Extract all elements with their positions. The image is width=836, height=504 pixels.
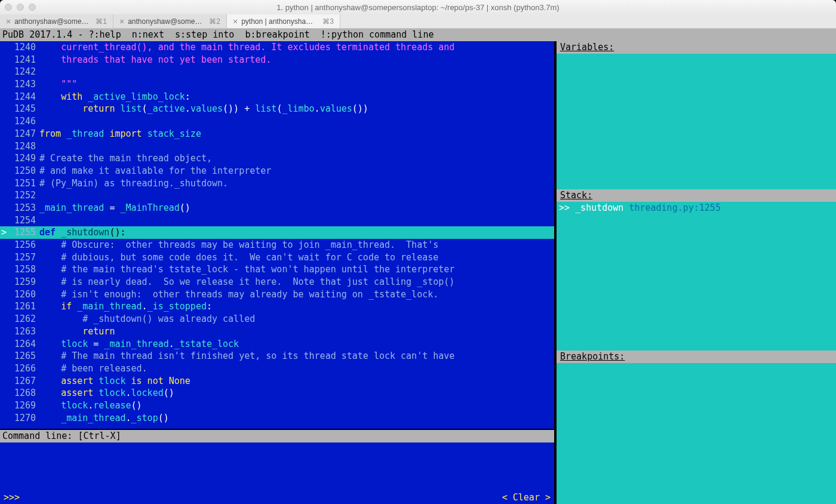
gutter-mark: >: [0, 226, 8, 239]
code-line[interactable]: 1252: [0, 189, 554, 202]
line-number: 1260: [8, 288, 37, 301]
window-minimize-icon[interactable]: [17, 4, 24, 11]
window-titlebar: 1. python | anthonyshaw@somepersonslapto…: [0, 0, 836, 14]
code-line[interactable]: 1263 return: [0, 325, 554, 338]
gutter-mark: [0, 338, 8, 351]
code-content: def _shutdown():: [37, 226, 554, 239]
right-column: Variables: Stack: >> _shutdown threading…: [554, 41, 836, 504]
command-line-footer: >>> < Clear >: [0, 491, 554, 504]
variables-header: Variables:: [557, 41, 836, 54]
window-close-icon[interactable]: [5, 4, 12, 11]
terminal-tab[interactable]: ×anthonyshaw@some…⌘1: [0, 14, 113, 28]
code-line[interactable]: 1243 """: [0, 78, 554, 91]
code-content: assert tlock.locked(): [37, 387, 554, 399]
code-content: _main_thread = _MainThread(): [37, 202, 554, 214]
terminal-window: 1. python | anthonyshaw@somepersonslapto…: [0, 0, 836, 504]
breakpoints-body[interactable]: [557, 363, 836, 504]
tab-shortcut: ⌘3: [322, 17, 334, 26]
stack-frame[interactable]: >> _shutdown threading.py:1255: [559, 202, 834, 213]
line-number: 1244: [8, 91, 37, 103]
code-content: # dubious, but some code does it. We can…: [37, 251, 554, 264]
gutter-mark: [0, 288, 8, 301]
code-line[interactable]: 1259 # is nearly dead. So we release it …: [0, 276, 554, 288]
code-line[interactable]: 1244 with _active_limbo_lock:: [0, 91, 554, 103]
code-line[interactable]: >1255def _shutdown():: [0, 226, 554, 239]
tab-label: python | anthonysha…: [241, 17, 319, 26]
tab-close-icon[interactable]: ×: [233, 17, 238, 26]
gutter-mark: [0, 263, 8, 276]
window-zoom-icon[interactable]: [29, 4, 36, 11]
line-number: 1268: [8, 387, 37, 399]
code-line[interactable]: 1262 # _shutdown() was already called: [0, 313, 554, 325]
code-line[interactable]: 1267 assert tlock is not None: [0, 375, 554, 388]
code-content: # and make it available for the interpre…: [37, 165, 554, 177]
code-content: assert tlock is not None: [37, 375, 554, 388]
code-line[interactable]: 1242: [0, 66, 554, 78]
line-number: 1269: [8, 399, 37, 412]
stack-header: Stack:: [557, 189, 836, 202]
code-content: # isn't enough: other threads may alread…: [37, 288, 554, 301]
code-line[interactable]: 1264 tlock = _main_thread._tstate_lock: [0, 338, 554, 351]
variables-body[interactable]: [557, 54, 836, 189]
code-line[interactable]: 1251# (Py_Main) as threading._shutdown.: [0, 177, 554, 190]
left-column: 1240 current_thread(), and the main thre…: [0, 41, 554, 504]
code-line[interactable]: 1240 current_thread(), and the main thre…: [0, 41, 554, 54]
stack-body[interactable]: >> _shutdown threading.py:1255: [557, 202, 836, 351]
code-line[interactable]: 1268 assert tlock.locked(): [0, 387, 554, 399]
line-number: 1261: [8, 300, 37, 313]
breakpoints-pane[interactable]: Breakpoints:: [557, 351, 836, 504]
line-number: 1255: [8, 226, 37, 239]
code-content: # (Py_Main) as threading._shutdown.: [37, 177, 554, 190]
gutter-mark: [0, 41, 8, 54]
code-line[interactable]: 1269 tlock.release(): [0, 399, 554, 412]
tab-close-icon[interactable]: ×: [6, 17, 11, 26]
code-line[interactable]: 1265 # The main thread isn't finished ye…: [0, 350, 554, 362]
line-number: 1253: [8, 202, 37, 214]
line-number: 1242: [8, 66, 37, 78]
stack-pane[interactable]: Stack: >> _shutdown threading.py:1255: [557, 189, 836, 351]
gutter-mark: [0, 214, 8, 227]
variables-pane[interactable]: Variables:: [557, 41, 836, 189]
window-title: 1. python | anthonyshaw@somepersonslapto…: [0, 3, 836, 12]
pudb-debugger: PuDB 2017.1.4 - ?:help n:next s:step int…: [0, 29, 836, 504]
code-line[interactable]: 1250# and make it available for the inte…: [0, 165, 554, 177]
tab-shortcut: ⌘2: [209, 17, 220, 26]
gutter-mark: [0, 66, 8, 78]
code-content: [37, 214, 554, 227]
code-line[interactable]: 1247from _thread import stack_size: [0, 128, 554, 140]
code-line[interactable]: 1261 if _main_thread._is_stopped:: [0, 300, 554, 313]
terminal-tab[interactable]: ×anthonyshaw@some…⌘2: [113, 14, 227, 28]
code-content: # been released.: [37, 362, 554, 375]
code-line[interactable]: 1246: [0, 115, 554, 128]
code-line[interactable]: 1257 # dubious, but some code does it. W…: [0, 251, 554, 264]
command-line-output[interactable]: [0, 442, 554, 491]
gutter-mark: [0, 362, 8, 375]
source-code-pane[interactable]: 1240 current_thread(), and the main thre…: [0, 41, 554, 429]
code-line[interactable]: 1258 # the main thread's tstate_lock - t…: [0, 263, 554, 276]
clear-button[interactable]: < Clear >: [502, 491, 551, 504]
code-line[interactable]: 1256 # Obscure: other threads may be wai…: [0, 239, 554, 251]
code-line[interactable]: 1270 _main_thread._stop(): [0, 412, 554, 425]
gutter-mark: [0, 251, 8, 264]
code-line[interactable]: 1249# Create the main thread object,: [0, 152, 554, 165]
code-line[interactable]: 1248: [0, 140, 554, 153]
line-number: 1258: [8, 263, 37, 276]
gutter-mark: [0, 202, 8, 214]
code-line[interactable]: 1245 return list(_active.values()) + lis…: [0, 103, 554, 115]
tab-close-icon[interactable]: ×: [119, 17, 124, 26]
code-content: with _active_limbo_lock:: [37, 91, 554, 103]
code-line[interactable]: 1254: [0, 214, 554, 227]
code-line[interactable]: 1253_main_thread = _MainThread(): [0, 202, 554, 214]
line-number: 1264: [8, 338, 37, 351]
command-prompt[interactable]: >>>: [4, 491, 20, 504]
gutter-mark: [0, 412, 8, 425]
gutter-mark: [0, 103, 8, 115]
code-content: [37, 140, 554, 153]
gutter-mark: [0, 387, 8, 399]
line-number: 1251: [8, 177, 37, 190]
pudb-body: 1240 current_thread(), and the main thre…: [0, 41, 836, 504]
code-line[interactable]: 1266 # been released.: [0, 362, 554, 375]
terminal-tab[interactable]: ×python | anthonysha…⌘3: [227, 14, 340, 28]
code-line[interactable]: 1241 threads that have not yet been star…: [0, 54, 554, 66]
code-line[interactable]: 1260 # isn't enough: other threads may a…: [0, 288, 554, 301]
